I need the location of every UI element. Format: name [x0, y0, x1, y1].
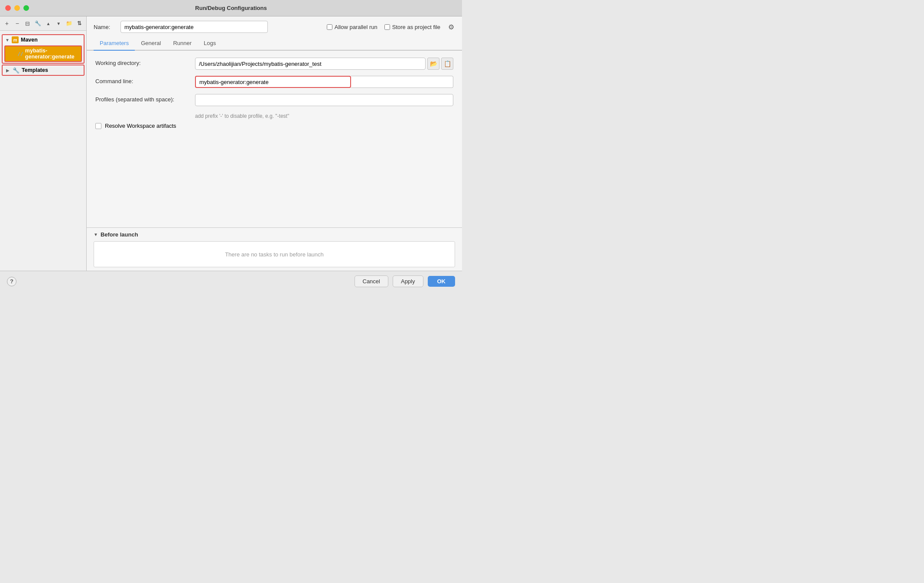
file-browse-icon: 📋 [444, 60, 451, 67]
wrench-config-button[interactable]: 🔧 [34, 19, 42, 28]
close-button[interactable] [5, 5, 11, 11]
minus-icon: − [16, 20, 19, 27]
mybatis-generate-label: mybatis-generator:generate [25, 48, 78, 60]
working-dir-browse-button[interactable]: 📋 [441, 58, 453, 70]
before-launch-toggle-icon: ▼ [94, 232, 98, 237]
templates-label: Templates [22, 67, 48, 73]
store-as-project-label: Store as project file [384, 24, 440, 30]
move-up-button[interactable]: ▲ [44, 19, 53, 28]
maven-goal-icon: // [17, 50, 23, 57]
resolve-workspace-checkbox-visual [95, 123, 101, 129]
profiles-label: Profiles (separated with space): [95, 94, 195, 103]
question-mark-icon: ? [10, 278, 13, 285]
window-title: Run/Debug Configurations [195, 5, 267, 11]
before-launch-title: Before launch [101, 231, 138, 238]
no-tasks-text: There are no tasks to run before launch [225, 251, 324, 258]
sort-button[interactable]: ⇅ [75, 19, 84, 28]
bottom-right: Cancel Apply OK [355, 275, 455, 287]
maven-label: Maven [21, 37, 38, 43]
command-line-row: Command line: [95, 76, 453, 89]
copy-config-button[interactable]: ⊟ [23, 19, 32, 28]
arrow-down-icon: ▼ [56, 21, 61, 26]
sidebar-toolbar: + − ⊟ 🔧 ▲ ▼ 📁 ⇅ [0, 16, 86, 31]
before-launch-header[interactable]: ▼ Before launch [87, 228, 462, 241]
apply-button[interactable]: Apply [393, 275, 423, 287]
resolve-workspace-label: Resolve Workspace artifacts [105, 123, 176, 129]
parameters-form: Working directory: 📂 📋 Command line: [87, 51, 462, 136]
bottom-bar: ? Cancel Apply OK [0, 271, 462, 292]
command-line-extra-input[interactable] [351, 76, 453, 88]
allow-parallel-checkbox[interactable] [327, 24, 332, 30]
working-directory-field: 📂 📋 [195, 58, 453, 70]
templates-toggle-icon: ▶ [6, 68, 12, 73]
working-directory-row: Working directory: 📂 📋 [95, 58, 453, 71]
name-input[interactable] [120, 21, 268, 33]
remove-config-button[interactable]: − [13, 19, 22, 28]
sort-icon: ⇅ [77, 20, 81, 26]
working-directory-label: Working directory: [95, 58, 195, 66]
move-down-button[interactable]: ▼ [54, 19, 63, 28]
minimize-button[interactable] [14, 5, 20, 11]
maven-icon: m [11, 36, 19, 43]
store-as-project-checkbox[interactable] [384, 24, 390, 30]
tab-runner[interactable]: Runner [167, 37, 198, 51]
help-button[interactable]: ? [7, 277, 16, 286]
maximize-button[interactable] [23, 5, 29, 11]
gear-button[interactable]: ⚙ [447, 22, 455, 32]
add-config-button[interactable]: + [3, 19, 11, 28]
gear-icon: ⚙ [448, 23, 454, 31]
sidebar-item-maven[interactable]: ▼ m Maven [3, 35, 84, 45]
name-options: Allow parallel run Store as project file… [327, 22, 455, 32]
tab-logs[interactable]: Logs [198, 37, 222, 51]
cancel-button[interactable]: Cancel [355, 275, 388, 287]
tab-parameters[interactable]: Parameters [94, 37, 135, 51]
folder-button[interactable]: 📁 [65, 19, 73, 28]
maven-toggle-icon: ▼ [5, 38, 11, 42]
title-bar: Run/Debug Configurations [0, 0, 462, 16]
allow-parallel-label: Allow parallel run [327, 24, 377, 30]
sidebar-item-mybatis-generate[interactable]: // mybatis-generator:generate [4, 45, 82, 62]
bottom-left: ? [7, 277, 16, 286]
command-line-field [195, 76, 453, 88]
command-line-input[interactable] [195, 76, 351, 88]
sidebar-tree: ▼ m Maven // mybatis-generator:generate [0, 31, 86, 271]
plus-icon: + [5, 20, 9, 27]
wrench-icon: 🔧 [35, 20, 41, 26]
profiles-hint: add prefix '-' to disable profile, e.g. … [95, 112, 453, 119]
working-directory-input[interactable] [195, 58, 426, 70]
tab-general[interactable]: General [135, 37, 167, 51]
name-row: Name: Allow parallel run Store as projec… [87, 16, 462, 37]
name-label: Name: [94, 24, 115, 30]
ok-button[interactable]: OK [428, 276, 455, 287]
main-layout: + − ⊟ 🔧 ▲ ▼ 📁 ⇅ [0, 16, 462, 271]
right-panel: Name: Allow parallel run Store as projec… [87, 16, 462, 271]
copy-icon: ⊟ [25, 20, 30, 27]
tab-content: Working directory: 📂 📋 Command line: [87, 51, 462, 227]
arrow-up-icon: ▲ [46, 21, 50, 26]
before-launch-content: There are no tasks to run before launch [94, 241, 455, 267]
before-launch-section: ▼ Before launch There are no tasks to ru… [87, 227, 462, 271]
folder-icon: 📁 [66, 20, 72, 26]
resolve-workspace-row: Resolve Workspace artifacts [95, 123, 453, 129]
tabs-bar: Parameters General Runner Logs [87, 37, 462, 51]
working-dir-folder-button[interactable]: 📂 [427, 58, 439, 70]
profiles-field [195, 94, 453, 106]
folder-open-icon: 📂 [430, 60, 437, 67]
templates-icon: 🔧 [12, 67, 20, 74]
sidebar: + − ⊟ 🔧 ▲ ▼ 📁 ⇅ [0, 16, 87, 271]
command-line-label: Command line: [95, 76, 195, 84]
sidebar-item-templates[interactable]: ▶ 🔧 Templates [2, 65, 85, 76]
window-controls [5, 5, 29, 11]
profiles-row: Profiles (separated with space): [95, 94, 453, 107]
profiles-input[interactable] [195, 94, 453, 106]
